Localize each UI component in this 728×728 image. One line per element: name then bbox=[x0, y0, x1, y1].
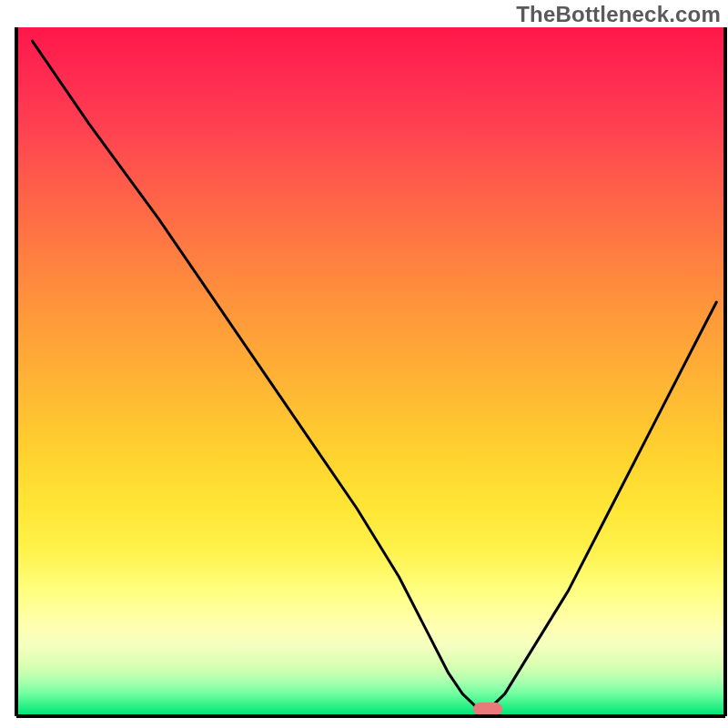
optimal-marker bbox=[473, 703, 502, 716]
heatmap-background bbox=[18, 27, 723, 714]
chart-frame: TheBottleneck.com bbox=[0, 0, 728, 728]
watermark-label: TheBottleneck.com bbox=[516, 2, 721, 27]
bottleneck-chart bbox=[0, 0, 728, 728]
